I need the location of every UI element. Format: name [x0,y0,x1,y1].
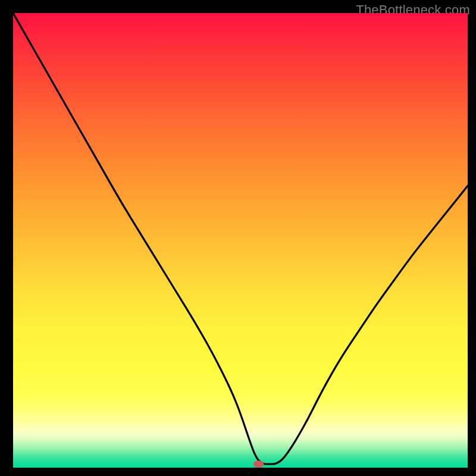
plot-area [13,13,468,468]
curve-svg [13,13,468,468]
chart-canvas: TheBottleneck.com [0,0,476,476]
minimum-marker [253,461,264,468]
bottleneck-curve [13,13,468,464]
